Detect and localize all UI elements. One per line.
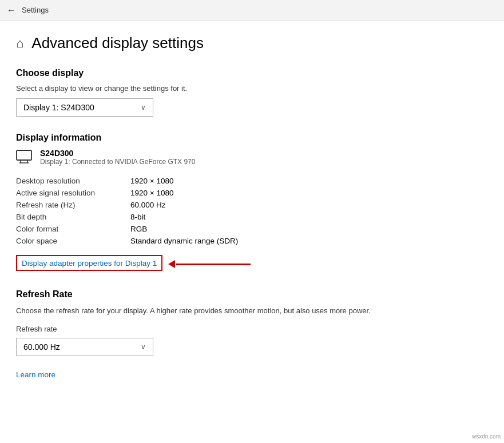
table-row: Bit depth 8-bit — [16, 211, 384, 223]
monitor-icon — [16, 150, 32, 167]
display-info-table: Desktop resolution 1920 × 1080 Active si… — [16, 175, 384, 247]
display-device-info: S24D300 Display 1: Connected to NVIDIA G… — [40, 149, 195, 166]
watermark: wsxdn.com — [472, 433, 501, 440]
adapter-link-row: Display adapter properties for Display 1 — [16, 255, 384, 273]
learn-more-link[interactable]: Learn more — [16, 370, 55, 379]
row-value: 1920 × 1080 — [130, 175, 384, 187]
display-dropdown-value: Display 1: S24D300 — [23, 103, 94, 112]
arrow-head-icon — [168, 260, 175, 268]
choose-display-label: Select a display to view or change the s… — [16, 84, 384, 93]
row-value: RGB — [130, 223, 384, 235]
title-bar-text: Settings — [22, 6, 49, 14]
table-row: Color format RGB — [16, 223, 384, 235]
device-sub: Display 1: Connected to NVIDIA GeForce G… — [40, 158, 195, 166]
table-row: Refresh rate (Hz) 60.000 Hz — [16, 199, 384, 211]
adapter-link-container: Display adapter properties for Display 1 — [16, 255, 162, 271]
display-device-row: S24D300 Display 1: Connected to NVIDIA G… — [16, 149, 384, 167]
device-name: S24D300 — [40, 149, 195, 158]
row-label: Refresh rate (Hz) — [16, 199, 130, 211]
chevron-down-icon: ∨ — [141, 343, 146, 351]
row-value: 60.000 Hz — [130, 199, 384, 211]
refresh-rate-label: Refresh rate — [16, 325, 384, 333]
back-button[interactable]: ← — [7, 5, 16, 15]
refresh-rate-section: Refresh Rate Choose the refresh rate for… — [16, 289, 384, 356]
row-label: Color space — [16, 235, 130, 247]
table-row: Desktop resolution 1920 × 1080 — [16, 175, 384, 187]
refresh-rate-dropdown-value: 60.000 Hz — [23, 342, 60, 352]
page-title-row: ⌂ Advanced display settings — [16, 34, 384, 52]
row-value: Standard dynamic range (SDR) — [130, 235, 384, 247]
refresh-rate-dropdown[interactable]: 60.000 Hz ∨ — [16, 338, 153, 356]
row-value: 8-bit — [130, 211, 384, 223]
row-value: 1920 × 1080 — [130, 187, 384, 199]
adapter-properties-link[interactable]: Display adapter properties for Display 1 — [22, 259, 157, 268]
refresh-rate-heading: Refresh Rate — [16, 289, 384, 300]
display-info-heading: Display information — [16, 133, 384, 143]
choose-display-heading: Choose display — [16, 68, 384, 78]
svg-rect-0 — [17, 150, 31, 160]
display-dropdown[interactable]: Display 1: S24D300 ∨ — [16, 98, 153, 117]
row-label: Active signal resolution — [16, 187, 130, 199]
title-bar: ← Settings — [0, 0, 504, 21]
table-row: Color space Standard dynamic range (SDR) — [16, 235, 384, 247]
refresh-rate-desc: Choose the refresh rate for your display… — [16, 305, 384, 317]
row-label: Color format — [16, 223, 130, 235]
choose-display-section: Choose display Select a display to view … — [16, 68, 384, 117]
home-icon[interactable]: ⌂ — [16, 36, 23, 51]
table-row: Active signal resolution 1920 × 1080 — [16, 187, 384, 199]
red-arrow — [168, 260, 251, 268]
chevron-down-icon: ∨ — [141, 103, 146, 111]
display-info-section: Display information S24D300 Display 1: C… — [16, 133, 384, 273]
row-label: Bit depth — [16, 211, 130, 223]
main-content: ⌂ Advanced display settings Choose displ… — [0, 21, 400, 402]
row-label: Desktop resolution — [16, 175, 130, 187]
arrow-line — [176, 264, 251, 265]
page-title: Advanced display settings — [31, 34, 204, 52]
